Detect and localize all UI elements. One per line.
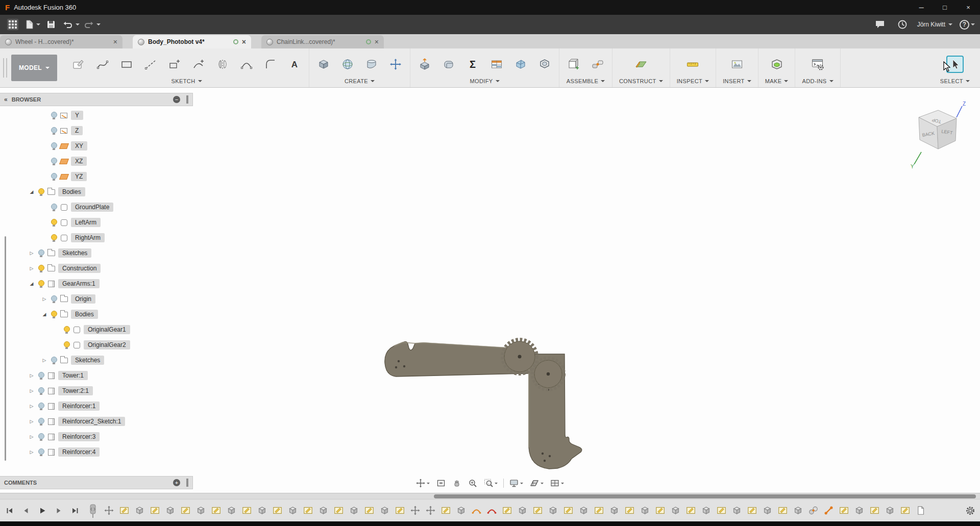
tree-expander-icon[interactable]: ▷ bbox=[28, 251, 35, 256]
maximize-button[interactable]: □ bbox=[933, 0, 957, 15]
timeline-feature-extrude[interactable] bbox=[763, 506, 772, 515]
visibility-bulb-icon[interactable] bbox=[38, 403, 44, 410]
browser-item-reinforcer2-sketch-1[interactable]: ▷Reinforcer2_Sketch:1 bbox=[0, 414, 193, 429]
workspace-selector[interactable]: MODEL bbox=[11, 55, 57, 81]
browser-item-label[interactable]: Sketches bbox=[71, 356, 104, 365]
visibility-bulb-icon[interactable] bbox=[64, 326, 69, 334]
sync-status-icon[interactable] bbox=[233, 39, 238, 44]
visibility-bulb-icon[interactable] bbox=[51, 158, 57, 165]
browser-scrollbar[interactable] bbox=[5, 236, 6, 461]
browser-item-originalgear2[interactable]: OriginalGear2 bbox=[0, 337, 193, 353]
browser-item-label[interactable]: GearArms:1 bbox=[58, 279, 100, 288]
timeline-feature-sketch[interactable] bbox=[870, 506, 879, 515]
timeline-feature-sketch[interactable] bbox=[502, 506, 512, 515]
scripts-addins-button[interactable] bbox=[810, 57, 825, 72]
visibility-bulb-icon[interactable] bbox=[64, 341, 69, 349]
timeline-feature-extrude[interactable] bbox=[640, 506, 650, 515]
visibility-bulb-icon[interactable] bbox=[38, 433, 44, 441]
timeline-feature-sketch[interactable] bbox=[242, 506, 252, 515]
timeline-feature-joint-orange[interactable] bbox=[824, 506, 834, 515]
create-sketch-button[interactable] bbox=[71, 57, 86, 72]
browser-item-y[interactable]: Y bbox=[0, 108, 193, 123]
timeline-feature-sketch[interactable] bbox=[150, 506, 160, 515]
timeline-feature-sketch[interactable] bbox=[839, 506, 849, 515]
tree-expander-icon[interactable]: ▷ bbox=[28, 373, 35, 378]
horizontal-scrollbar[interactable] bbox=[0, 493, 980, 499]
pattern-button[interactable] bbox=[388, 57, 403, 72]
job-status-button[interactable] bbox=[895, 17, 910, 32]
ribbon-group-label-construct[interactable]: CONSTRUCT bbox=[619, 78, 663, 84]
make-button[interactable] bbox=[769, 57, 785, 72]
ribbon-group-label-insert[interactable]: INSERT bbox=[723, 78, 751, 84]
tree-expander-icon[interactable]: ◢ bbox=[28, 281, 35, 286]
browser-item-reinforcer-4[interactable]: ▷Reinforcer:4 bbox=[0, 444, 193, 460]
undo-button[interactable] bbox=[62, 17, 80, 32]
timeline-feature-extrude[interactable] bbox=[548, 506, 558, 515]
visibility-bulb-icon[interactable] bbox=[51, 234, 57, 242]
construction-plane-button[interactable] bbox=[633, 57, 649, 72]
timeline-feature-extrude[interactable] bbox=[288, 506, 298, 515]
visibility-bulb-icon[interactable] bbox=[38, 188, 44, 196]
chamfer-button[interactable] bbox=[513, 57, 528, 72]
timeline-feature-move[interactable] bbox=[410, 506, 420, 515]
timeline-feature-extrude[interactable] bbox=[609, 506, 619, 515]
document-tab-wheel[interactable]: Wheel - H...covered)* × bbox=[0, 35, 122, 48]
browser-item-xy[interactable]: XY bbox=[0, 138, 193, 154]
visibility-bulb-icon[interactable] bbox=[38, 418, 44, 425]
browser-item-reinforcer-1[interactable]: ▷Reinforcer:1 bbox=[0, 398, 193, 414]
visibility-bulb-icon[interactable] bbox=[51, 357, 57, 364]
display-settings-toggle[interactable]: − bbox=[173, 96, 180, 103]
sketch-fillet-button[interactable] bbox=[263, 57, 278, 72]
gear-original-gear2[interactable] bbox=[533, 359, 564, 389]
visibility-bulb-icon[interactable] bbox=[51, 204, 57, 211]
visibility-bulb-icon[interactable] bbox=[51, 219, 57, 227]
step-forward-button[interactable] bbox=[53, 505, 64, 516]
timeline-feature-extrude[interactable] bbox=[701, 506, 711, 515]
visibility-bulb-icon[interactable] bbox=[51, 311, 57, 318]
timeline-feature-extrude[interactable] bbox=[732, 506, 742, 515]
timeline-feature-sketch[interactable] bbox=[211, 506, 221, 515]
timeline-feature-sketch[interactable] bbox=[303, 506, 313, 515]
timeline-feature-sketch[interactable] bbox=[717, 506, 726, 515]
browser-item-label[interactable]: Reinforcer:1 bbox=[58, 402, 100, 411]
file-menu-button[interactable] bbox=[23, 17, 40, 32]
browser-item-label[interactable]: OriginalGear1 bbox=[84, 325, 130, 334]
play-button[interactable] bbox=[37, 505, 48, 516]
minimize-button[interactable]: ─ bbox=[910, 0, 933, 15]
visibility-bulb-icon[interactable] bbox=[38, 265, 44, 272]
help-menu-button[interactable]: ? bbox=[960, 17, 975, 32]
timeline-feature-paper[interactable] bbox=[916, 506, 925, 515]
timeline-feature-arc-red[interactable] bbox=[487, 506, 497, 515]
browser-item-label[interactable]: LeftArm bbox=[71, 218, 101, 227]
ribbon-group-label-inspect[interactable]: INSPECT bbox=[677, 78, 709, 84]
timeline-feature-extrude[interactable] bbox=[518, 506, 527, 515]
tree-expander-icon[interactable]: ▷ bbox=[41, 296, 48, 302]
timeline-feature-extrude[interactable] bbox=[165, 506, 175, 515]
timeline-feature-sketch[interactable] bbox=[625, 506, 634, 515]
collapse-panel-button[interactable]: « bbox=[4, 96, 8, 103]
timeline-feature-move[interactable] bbox=[104, 506, 114, 515]
skip-to-end-button[interactable] bbox=[69, 505, 81, 516]
viewport-canvas[interactable]: « BROWSER − YZXYXZYZ◢BodiesGroundPlateLe… bbox=[0, 88, 980, 493]
tree-expander-icon[interactable]: ◢ bbox=[41, 312, 48, 317]
comments-bar[interactable]: COMMENTS + bbox=[0, 476, 193, 489]
visibility-bulb-icon[interactable] bbox=[51, 295, 57, 303]
timeline-settings-button[interactable] bbox=[965, 505, 976, 516]
skip-to-start-button[interactable] bbox=[4, 505, 15, 516]
save-button[interactable] bbox=[43, 17, 59, 32]
user-account-menu[interactable]: Jörn Kiwitt bbox=[917, 21, 952, 28]
timeline-feature-extrude[interactable] bbox=[318, 506, 328, 515]
timeline-feature-extrude[interactable] bbox=[227, 506, 236, 515]
ribbon-group-label-addins[interactable]: ADD-INS bbox=[802, 78, 833, 84]
ribbon-group-label-select[interactable]: SELECT bbox=[940, 78, 970, 84]
timeline-feature-sketch[interactable] bbox=[395, 506, 405, 515]
tree-expander-icon[interactable]: ▷ bbox=[28, 419, 35, 424]
panel-resize-handle[interactable] bbox=[186, 95, 188, 104]
change-parameters-button[interactable]: Σ bbox=[465, 57, 480, 72]
browser-item-originalgear1[interactable]: OriginalGear1 bbox=[0, 322, 193, 337]
visibility-bulb-icon[interactable] bbox=[51, 173, 57, 181]
grid-snap-button[interactable] bbox=[529, 478, 545, 489]
comments-button[interactable] bbox=[872, 17, 888, 32]
timeline-feature-extrude[interactable] bbox=[854, 506, 864, 515]
timeline-feature-extrude[interactable] bbox=[671, 506, 680, 515]
